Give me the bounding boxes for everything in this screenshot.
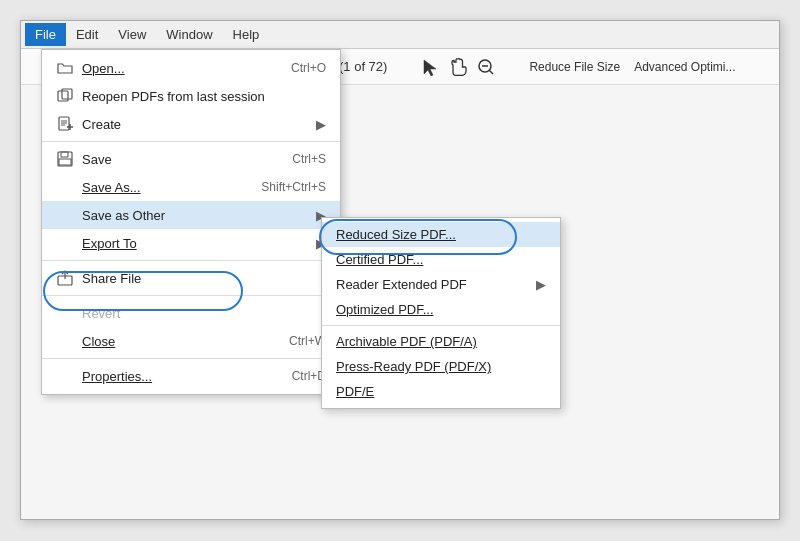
separator-4 xyxy=(42,358,340,359)
press-ready-label: Press-Ready PDF (PDF/X) xyxy=(336,359,491,374)
app-window: File Edit View Window Help (1 of 72) Red… xyxy=(20,20,780,520)
separator-3 xyxy=(42,295,340,296)
menu-item-revert: Revert xyxy=(42,299,340,327)
zoom-out-icon[interactable] xyxy=(475,56,497,78)
export-label: Export To xyxy=(82,236,137,251)
separator-2 xyxy=(42,260,340,261)
menu-item-share[interactable]: Share File xyxy=(42,264,340,292)
svg-rect-12 xyxy=(61,152,68,157)
menu-help[interactable]: Help xyxy=(223,23,270,46)
save-shortcut: Ctrl+S xyxy=(262,152,326,166)
reduced-label: Reduced Size PDF... xyxy=(336,227,456,242)
reader-extended-label: Reader Extended PDF xyxy=(336,277,467,292)
page-total: (1 of 72) xyxy=(339,59,387,74)
save-other-submenu: Reduced Size PDF... Certified PDF... Rea… xyxy=(321,217,561,409)
close-label: Close xyxy=(82,334,115,349)
menu-item-save[interactable]: Save Ctrl+S xyxy=(42,145,340,173)
properties-label: Properties... xyxy=(82,369,152,384)
save-as-icon xyxy=(56,178,74,196)
properties-shortcut: Ctrl+D xyxy=(262,369,326,383)
save-other-submenu-container: Reduced Size PDF... Certified PDF... Rea… xyxy=(321,217,561,409)
reopen-label: Reopen PDFs from last session xyxy=(82,89,265,104)
revert-icon xyxy=(56,304,74,322)
submenu-item-archivable[interactable]: Archivable PDF (PDF/A) xyxy=(322,329,560,354)
menu-edit[interactable]: Edit xyxy=(66,23,108,46)
hand-icon[interactable] xyxy=(447,56,469,78)
menu-item-properties[interactable]: Properties... Ctrl+D xyxy=(42,362,340,390)
optimized-label: Optimized PDF... xyxy=(336,302,434,317)
submenu-item-press-ready[interactable]: Press-Ready PDF (PDF/X) xyxy=(322,354,560,379)
submenu-item-reduced[interactable]: Reduced Size PDF... xyxy=(322,222,560,247)
close-shortcut: Ctrl+W xyxy=(259,334,326,348)
open-icon xyxy=(56,59,74,77)
separator-1 xyxy=(42,141,340,142)
save-other-icon xyxy=(56,206,74,224)
save-icon xyxy=(56,150,74,168)
submenu-item-reader-extended[interactable]: Reader Extended PDF ▶ xyxy=(322,272,560,297)
reader-extended-arrow: ▶ xyxy=(536,277,546,292)
save-other-label: Save as Other xyxy=(82,208,165,223)
share-label: Share File xyxy=(82,271,141,286)
reduce-file-size-label[interactable]: Reduce File Size xyxy=(529,60,620,74)
submenu-item-pdfe[interactable]: PDF/E xyxy=(322,379,560,404)
submenu-item-certified[interactable]: Certified PDF... xyxy=(322,247,560,272)
svg-rect-13 xyxy=(59,159,71,165)
menu-view[interactable]: View xyxy=(108,23,156,46)
cursor-icon[interactable] xyxy=(419,56,441,78)
export-icon xyxy=(56,234,74,252)
properties-icon xyxy=(56,367,74,385)
submenu-separator-1 xyxy=(322,325,560,326)
menu-item-export[interactable]: Export To ▶ xyxy=(42,229,340,257)
file-menu-dropdown: Open... Ctrl+O Reopen PDFs from last ses… xyxy=(41,49,341,395)
save-label: Save xyxy=(82,152,112,167)
advanced-optim-label[interactable]: Advanced Optimi... xyxy=(634,60,735,74)
revert-label: Revert xyxy=(82,306,120,321)
share-icon xyxy=(56,269,74,287)
svg-line-2 xyxy=(489,70,493,74)
create-arrow: ▶ xyxy=(316,117,326,132)
menu-item-close[interactable]: Close Ctrl+W xyxy=(42,327,340,355)
menu-item-save-other[interactable]: Save as Other ▶ xyxy=(42,201,340,229)
menu-file[interactable]: File xyxy=(25,23,66,46)
save-as-shortcut: Shift+Ctrl+S xyxy=(231,180,326,194)
close-icon xyxy=(56,332,74,350)
file-dropdown-menu: Open... Ctrl+O Reopen PDFs from last ses… xyxy=(41,49,341,395)
submenu-item-optimized[interactable]: Optimized PDF... xyxy=(322,297,560,322)
pdfe-label: PDF/E xyxy=(336,384,374,399)
menu-item-open[interactable]: Open... Ctrl+O xyxy=(42,54,340,82)
menu-item-save-as[interactable]: Save As... Shift+Ctrl+S xyxy=(42,173,340,201)
menu-item-reopen[interactable]: Reopen PDFs from last session xyxy=(42,82,340,110)
certified-label: Certified PDF... xyxy=(336,252,423,267)
reopen-icon xyxy=(56,87,74,105)
save-as-label: Save As... xyxy=(82,180,141,195)
create-icon xyxy=(56,115,74,133)
menu-window[interactable]: Window xyxy=(156,23,222,46)
open-label: Open... xyxy=(82,61,125,76)
menu-bar: File Edit View Window Help xyxy=(21,21,779,49)
open-shortcut: Ctrl+O xyxy=(261,61,326,75)
create-label: Create xyxy=(82,117,121,132)
menu-item-create[interactable]: Create ▶ xyxy=(42,110,340,138)
archivable-label: Archivable PDF (PDF/A) xyxy=(336,334,477,349)
